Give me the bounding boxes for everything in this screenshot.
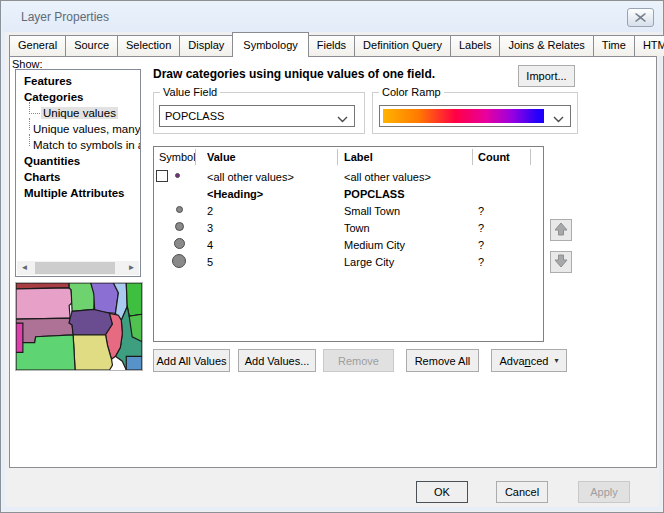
ok-button[interactable]: OK — [416, 481, 468, 503]
map-region-missouri — [73, 335, 112, 370]
all-other-values-checkbox[interactable] — [156, 170, 168, 182]
table-row-5[interactable]: 4Medium City? — [154, 236, 543, 253]
scrollbar-track[interactable] — [32, 261, 124, 275]
value-field-group-label: Value Field — [160, 86, 220, 98]
move-down-button[interactable] — [550, 251, 572, 273]
show-item-label: Multiple Attributes — [22, 187, 127, 199]
value-cell: <all other values> — [207, 171, 344, 183]
show-list-rows: FeaturesCategoriesUnique valuesUnique va… — [16, 70, 140, 201]
symbol-cell — [154, 253, 207, 270]
tree-connector — [29, 134, 30, 146]
show-item-unique-values[interactable]: Unique values — [16, 105, 140, 121]
point-symbol-icon[interactable] — [176, 206, 183, 213]
tab-time[interactable]: Time — [593, 35, 635, 56]
map-preview — [15, 282, 143, 371]
value-cell: 4 — [207, 239, 344, 251]
chevron-down-icon — [553, 113, 564, 125]
column-header-label: Label — [344, 147, 478, 167]
tab-general[interactable]: General — [9, 35, 66, 56]
add-values-button[interactable]: Add Values... — [238, 349, 316, 372]
tab-joins-relates[interactable]: Joins & Relates — [499, 35, 593, 56]
table-row-2[interactable]: <Heading>POPCLASS — [154, 185, 543, 202]
advanced-button[interactable]: Advanced ▾ — [491, 349, 567, 372]
tab-symbology[interactable]: Symbology — [232, 32, 308, 57]
header-separator — [195, 149, 196, 165]
show-item-label: Quantities — [22, 155, 82, 167]
show-item-label: Match to symbols in a — [31, 139, 141, 151]
label-cell: Town — [344, 222, 478, 234]
unique-values-table: Symbol Value Label Count <all other valu… — [153, 146, 544, 342]
symbol-cell — [154, 236, 207, 253]
tab-source[interactable]: Source — [65, 35, 118, 56]
add-all-values-button[interactable]: Add All Values — [153, 349, 230, 372]
symbol-cell — [154, 185, 207, 202]
header-separator — [337, 149, 338, 165]
label-cell: POPCLASS — [344, 188, 478, 200]
chevron-down-icon — [337, 113, 348, 125]
value-field-combo[interactable]: POPCLASS — [159, 105, 355, 127]
color-ramp-swatch — [383, 109, 544, 123]
label-cell: Small Town — [344, 205, 478, 217]
count-cell: ? — [478, 205, 543, 217]
arrow-down-icon — [553, 253, 569, 271]
point-symbol-icon[interactable] — [175, 222, 184, 231]
show-item-features[interactable]: Features — [16, 73, 140, 89]
tab-display[interactable]: Display — [179, 35, 233, 56]
label-cell: Large City — [344, 256, 478, 268]
show-item-multiple-attributes[interactable]: Multiple Attributes — [16, 185, 140, 201]
cancel-button[interactable]: Cancel — [496, 481, 548, 503]
point-symbol-icon[interactable] — [174, 238, 185, 249]
table-header: Symbol Value Label Count — [154, 147, 543, 167]
dropdown-arrow-icon: ▾ — [554, 356, 558, 365]
table-row-6[interactable]: 5Large City? — [154, 253, 543, 270]
show-item-label: Unique values — [41, 107, 118, 119]
tab-strip: GeneralSourceSelectionDisplaySymbologyFi… — [9, 35, 664, 56]
show-item-label: Unique values, many — [31, 123, 141, 135]
scrollbar-thumb[interactable] — [35, 262, 115, 274]
point-symbol-icon[interactable] — [172, 254, 186, 268]
tab-selection[interactable]: Selection — [117, 35, 180, 56]
import-button[interactable]: Import... — [518, 65, 575, 87]
column-header-value: Value — [207, 147, 344, 167]
close-button[interactable] — [627, 8, 654, 27]
apply-button[interactable]: Apply — [578, 481, 630, 503]
symbol-cell — [154, 168, 207, 185]
color-ramp-group-label: Color Ramp — [379, 86, 444, 98]
tab-html-popup[interactable]: HTML Popup — [634, 35, 664, 56]
table-body: <all other values><all other values><Hea… — [154, 168, 543, 270]
window-title: Layer Properties — [21, 2, 109, 32]
show-item-match-to-symbols-in-a[interactable]: Match to symbols in a — [16, 137, 140, 153]
show-item-unique-values-many[interactable]: Unique values, many — [16, 121, 140, 137]
point-symbol-icon[interactable] — [175, 173, 180, 178]
tab-fields[interactable]: Fields — [308, 35, 355, 56]
value-cell: 2 — [207, 205, 344, 217]
show-list-hscrollbar[interactable]: ◄ ► — [17, 261, 139, 275]
close-icon — [635, 12, 646, 24]
count-cell: ? — [478, 222, 543, 234]
symbol-cell — [154, 219, 207, 236]
map-region-wisconsin — [91, 283, 119, 313]
column-header-symbol: Symbol — [154, 147, 207, 167]
advanced-button-label: Advanced — [500, 355, 549, 367]
color-ramp-combo[interactable] — [379, 105, 571, 127]
show-item-charts[interactable]: Charts — [16, 169, 140, 185]
title-bar[interactable]: Layer Properties — [2, 2, 662, 32]
column-header-count: Count — [478, 147, 543, 167]
tab-definition-query[interactable]: Definition Query — [354, 35, 451, 56]
arrow-up-icon — [553, 221, 569, 239]
value-cell: 3 — [207, 222, 344, 234]
count-cell: ? — [478, 256, 543, 268]
table-row-1[interactable]: <all other values><all other values> — [154, 168, 543, 185]
table-row-4[interactable]: 3Town? — [154, 219, 543, 236]
move-up-button[interactable] — [550, 219, 572, 241]
scroll-left-icon[interactable]: ◄ — [17, 261, 32, 275]
show-item-label: Features — [22, 75, 74, 87]
map-region-colorado-edge — [16, 323, 23, 352]
scroll-right-icon[interactable]: ► — [124, 261, 139, 275]
show-item-quantities[interactable]: Quantities — [16, 153, 140, 169]
table-row-3[interactable]: 2Small Town? — [154, 202, 543, 219]
tab-labels[interactable]: Labels — [450, 35, 500, 56]
remove-button[interactable]: Remove — [323, 349, 394, 372]
layer-properties-dialog: Layer Properties GeneralSourceSelectionD… — [0, 0, 664, 513]
remove-all-button[interactable]: Remove All — [406, 349, 479, 372]
